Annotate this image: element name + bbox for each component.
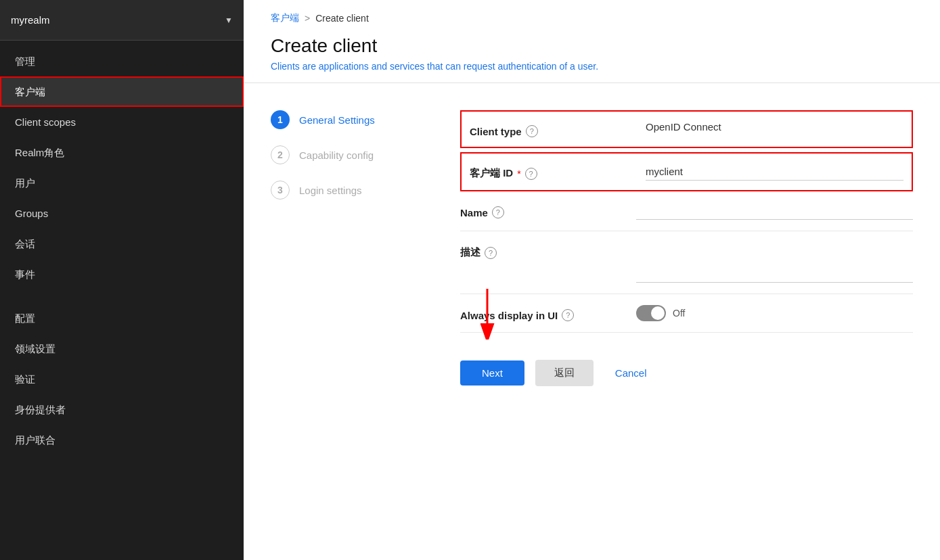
client-type-help-icon[interactable]: ?	[526, 125, 538, 137]
page-header: Create client Clients are applications a…	[244, 30, 940, 83]
client-type-value-col: OpenID Connect	[646, 121, 903, 133]
client-id-label-col: 客户端 ID * ?	[470, 163, 646, 180]
sidebar-item-groups[interactable]: Groups	[0, 198, 244, 229]
step-3-number: 3	[271, 181, 290, 200]
buttons-row: Next 返回 Cancel	[460, 333, 913, 400]
sidebar-item-users[interactable]: 用户	[0, 168, 244, 198]
name-value-col	[636, 202, 913, 220]
name-label-col: Name ?	[460, 202, 636, 218]
fields-panel: Client type ? OpenID Connect 客户端 ID * ?	[460, 110, 913, 400]
realm-label: myrealm	[11, 14, 50, 26]
sidebar-item-manage[interactable]: 管理	[0, 46, 244, 76]
steps-panel: 1 General Settings 2 Capability config 3…	[271, 110, 420, 400]
sidebar-item-sessions[interactable]: 会话	[0, 229, 244, 259]
toggle-knob	[651, 306, 665, 320]
name-label: Name	[460, 207, 488, 218]
sidebar-item-auth[interactable]: 验证	[0, 364, 244, 394]
sidebar-divider	[0, 289, 244, 303]
form-area: 1 General Settings 2 Capability config 3…	[244, 83, 940, 427]
client-type-label: Client type	[470, 126, 522, 137]
breadcrumb-current: Create client	[315, 13, 369, 24]
sidebar-item-realm-settings[interactable]: 领域设置	[0, 333, 244, 364]
cancel-button[interactable]: Cancel	[604, 360, 658, 386]
sidebar: myrealm ▼ 管理 客户端 Client scopes Realm角色 用…	[0, 0, 244, 560]
description-label-col: 描述 ?	[460, 242, 636, 259]
main-content: 客户端 > Create client Create client Client…	[244, 0, 940, 560]
description-help-icon[interactable]: ?	[485, 247, 497, 259]
always-display-toggle[interactable]	[636, 305, 666, 321]
client-id-label: 客户端 ID	[470, 167, 513, 180]
breadcrumb: 客户端 > Create client	[244, 0, 940, 30]
sidebar-item-client-scopes[interactable]: Client scopes	[0, 107, 244, 137]
client-id-row: 客户端 ID * ?	[460, 152, 913, 191]
always-display-help-icon[interactable]: ?	[562, 309, 574, 321]
always-display-label-col: Always display in UI ?	[460, 305, 636, 321]
always-display-label: Always display in UI	[460, 310, 558, 321]
step-1-label: General Settings	[299, 114, 375, 126]
breadcrumb-parent-link[interactable]: 客户端	[271, 12, 299, 24]
client-id-required: *	[517, 168, 520, 179]
page-title: Create client	[271, 35, 913, 57]
client-type-label-col: Client type ?	[470, 121, 646, 137]
name-row: Name ?	[460, 191, 913, 231]
sidebar-item-user-federation[interactable]: 用户联合	[0, 425, 244, 455]
sidebar-item-identity-providers[interactable]: 身份提供者	[0, 394, 244, 425]
client-id-value-col	[646, 163, 903, 181]
description-input[interactable]	[636, 242, 913, 283]
step-3[interactable]: 3 Login settings	[271, 181, 420, 200]
sidebar-item-events[interactable]: 事件	[0, 259, 244, 289]
dropdown-arrow-icon: ▼	[225, 16, 233, 25]
step-3-label: Login settings	[299, 185, 362, 196]
always-display-row: Always display in UI ? Off	[460, 294, 913, 333]
client-id-help-icon[interactable]: ?	[525, 168, 537, 180]
step-1-number: 1	[271, 110, 290, 129]
sidebar-item-config[interactable]: 配置	[0, 303, 244, 333]
page-subtitle: Clients are applications and services th…	[271, 61, 913, 72]
always-display-toggle-container: Off	[636, 305, 685, 321]
sidebar-nav: 管理 客户端 Client scopes Realm角色 用户 Groups 会…	[0, 41, 244, 461]
client-type-row: Client type ? OpenID Connect	[460, 110, 913, 148]
always-display-value-col: Off	[636, 305, 913, 321]
description-row: 描述 ?	[460, 231, 913, 294]
step-2-number: 2	[271, 145, 290, 164]
description-label: 描述	[460, 246, 480, 259]
name-help-icon[interactable]: ?	[492, 206, 504, 218]
sidebar-item-clients[interactable]: 客户端	[0, 76, 244, 107]
client-type-value: OpenID Connect	[646, 121, 721, 133]
description-value-col	[636, 242, 913, 283]
name-input[interactable]	[636, 202, 913, 220]
step-1[interactable]: 1 General Settings	[271, 110, 420, 129]
sidebar-item-realm-roles[interactable]: Realm角色	[0, 137, 244, 168]
breadcrumb-separator: >	[305, 13, 310, 24]
toggle-status-label: Off	[673, 308, 685, 319]
realm-selector[interactable]: myrealm ▼	[0, 0, 244, 41]
client-id-input[interactable]	[646, 163, 903, 181]
step-2-label: Capability config	[299, 149, 374, 161]
next-button[interactable]: Next	[460, 360, 524, 386]
step-2[interactable]: 2 Capability config	[271, 145, 420, 164]
back-button[interactable]: 返回	[535, 360, 594, 386]
